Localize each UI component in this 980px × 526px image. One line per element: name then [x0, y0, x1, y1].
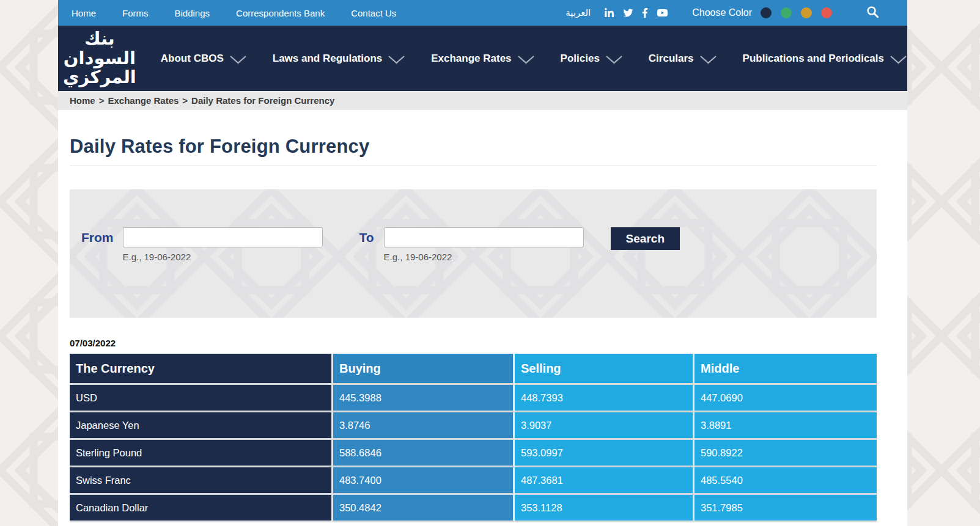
choose-color-label: Choose Color: [692, 7, 752, 18]
rates-date: 07/03/2022: [70, 338, 877, 348]
nav-item-laws-and-regulations[interactable]: Laws and Regulations: [273, 53, 405, 65]
breadcrumb-separator: >: [99, 95, 105, 106]
chevron-down-icon: [388, 55, 405, 64]
table-header-row: The Currency Buying Selling Middle: [70, 354, 877, 385]
nav-item-circulars[interactable]: Circulars: [649, 53, 717, 65]
utility-link-forms[interactable]: Forms: [122, 8, 149, 18]
color-swatch-green[interactable]: [781, 7, 792, 18]
color-swatch-gold[interactable]: [801, 7, 812, 18]
nav-item-about-cbos[interactable]: About CBOS: [161, 53, 247, 65]
middle-cell: 590.8922: [694, 440, 877, 467]
nav-menu: About CBOS Laws and Regulations Exchange…: [161, 53, 907, 65]
column-header-selling: Selling: [515, 354, 694, 385]
breadcrumb: Home > Exchange Rates > Daily Rates for …: [58, 91, 907, 110]
currency-cell: Sterling Pound: [70, 440, 333, 467]
middle-cell: 3.8891: [694, 412, 877, 440]
nav-item-label: Circulars: [649, 53, 694, 65]
buying-cell: 588.6846: [333, 440, 515, 467]
table-row: Japanese Yen 3.8746 3.9037 3.8891: [70, 412, 877, 440]
search-icon[interactable]: [866, 5, 880, 21]
column-header-middle: Middle: [694, 354, 877, 385]
date-filter-panel: From E.g., 19-06-2022 To E.g., 19-06-202…: [70, 189, 877, 318]
utility-right-group: العربية Choose Color: [566, 5, 880, 21]
nav-item-publications-and-periodicals[interactable]: Publications and Periodicals: [743, 53, 907, 65]
table-row: Canadian Dollar 350.4842 353.1128 351.79…: [70, 495, 877, 522]
utility-links: Home Forms Biddings Correspondents Bank …: [72, 8, 396, 18]
to-date-hint: E.g., 19-06-2022: [384, 252, 584, 262]
from-date-hint: E.g., 19-06-2022: [123, 252, 323, 262]
chevron-down-icon: [890, 55, 907, 64]
main-navigation: بنك السودان المركزي About CBOS Laws and …: [58, 26, 907, 91]
chevron-down-icon: [605, 55, 623, 64]
buying-cell: 3.8746: [333, 412, 515, 440]
selling-cell: 593.0997: [515, 440, 694, 467]
nav-item-label: Publications and Periodicals: [743, 53, 884, 65]
page-container: Home Forms Biddings Correspondents Bank …: [58, 0, 907, 526]
page-title: Daily Rates for Foreign Currency: [70, 136, 877, 158]
breadcrumb-exchange-rates[interactable]: Exchange Rates: [108, 95, 179, 106]
nav-item-exchange-rates[interactable]: Exchange Rates: [431, 53, 534, 65]
table-row: Sterling Pound 588.6846 593.0997 590.892…: [70, 440, 877, 467]
utility-link-biddings[interactable]: Biddings: [175, 8, 210, 18]
table-row: USD 445.3988 448.7393 447.0690: [70, 385, 877, 412]
linkedin-icon[interactable]: [604, 8, 614, 18]
utility-bar: Home Forms Biddings Correspondents Bank …: [58, 0, 907, 26]
table-row: Swiss Franc 483.7400 487.3681 485.5540: [70, 467, 877, 495]
cbos-logo[interactable]: بنك السودان المركزي: [63, 29, 136, 88]
chevron-down-icon: [699, 55, 717, 64]
nav-item-label: Exchange Rates: [431, 53, 511, 65]
rates-table: The Currency Buying Selling Middle USD 4…: [70, 354, 877, 522]
filter-row: From E.g., 19-06-2022 To E.g., 19-06-202…: [70, 189, 877, 262]
middle-cell: 485.5540: [694, 467, 877, 495]
title-divider: [70, 166, 877, 166]
currency-cell: Canadian Dollar: [70, 495, 333, 522]
from-date-input[interactable]: [123, 227, 323, 247]
color-swatches: [761, 7, 832, 18]
utility-link-home[interactable]: Home: [72, 8, 96, 18]
twitter-icon[interactable]: [622, 8, 634, 18]
selling-cell: 3.9037: [515, 412, 694, 440]
middle-cell: 447.0690: [694, 385, 877, 412]
currency-cell: Japanese Yen: [70, 412, 333, 440]
utility-link-correspondents-bank[interactable]: Correspondents Bank: [236, 8, 325, 18]
to-label: To: [359, 227, 374, 247]
breadcrumb-current-page: Daily Rates for Foreign Currency: [191, 95, 334, 106]
youtube-icon[interactable]: [656, 8, 669, 18]
to-field-group: E.g., 19-06-2022: [384, 227, 584, 262]
from-label: From: [81, 227, 114, 247]
chevron-down-icon: [517, 55, 535, 64]
social-icons: [604, 7, 669, 18]
breadcrumb-home[interactable]: Home: [70, 95, 95, 106]
nav-item-label: About CBOS: [161, 53, 224, 65]
currency-cell: USD: [70, 385, 333, 412]
from-field-group: E.g., 19-06-2022: [123, 227, 323, 262]
column-header-currency: The Currency: [70, 354, 333, 385]
selling-cell: 353.1128: [515, 495, 694, 522]
nav-item-label: Laws and Regulations: [273, 53, 382, 65]
color-swatch-navy[interactable]: [761, 7, 772, 18]
buying-cell: 483.7400: [333, 467, 515, 495]
currency-cell: Swiss Franc: [70, 467, 333, 495]
language-switch-arabic[interactable]: العربية: [566, 7, 591, 18]
utility-link-contact-us[interactable]: Contact Us: [351, 8, 396, 18]
selling-cell: 487.3681: [515, 467, 694, 495]
buying-cell: 350.4842: [333, 495, 515, 522]
column-header-buying: Buying: [333, 354, 515, 385]
middle-cell: 351.7985: [694, 495, 877, 522]
nav-item-label: Policies: [561, 53, 600, 65]
color-swatch-red[interactable]: [821, 7, 832, 18]
chevron-down-icon: [229, 55, 247, 64]
search-button[interactable]: Search: [611, 227, 680, 250]
nav-item-policies[interactable]: Policies: [561, 53, 623, 65]
to-date-input[interactable]: [384, 227, 584, 247]
facebook-icon[interactable]: [642, 7, 648, 18]
selling-cell: 448.7393: [515, 385, 694, 412]
breadcrumb-separator: >: [182, 95, 188, 106]
buying-cell: 445.3988: [333, 385, 515, 412]
main-content: Daily Rates for Foreign Currency: [58, 110, 907, 526]
